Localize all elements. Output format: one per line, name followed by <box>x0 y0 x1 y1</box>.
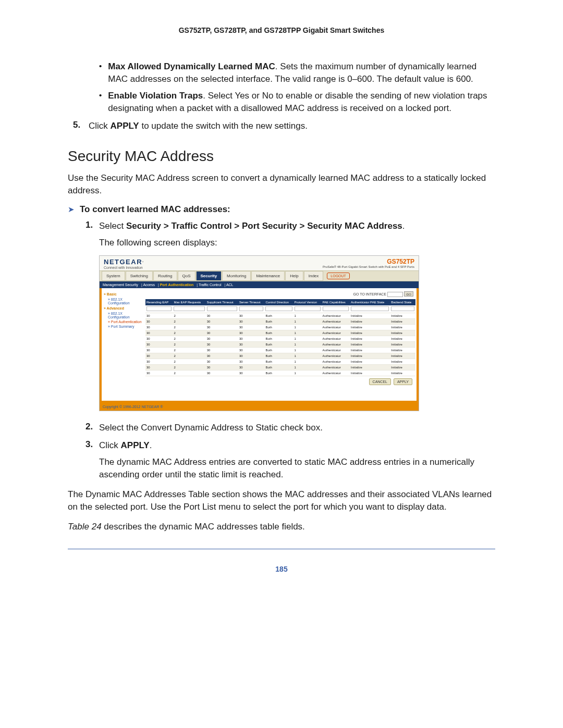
logout-button[interactable]: LOGOUT <box>327 273 350 279</box>
cell: 30 <box>238 330 265 336</box>
side-8021x-basic[interactable]: » 802.1X Configuration <box>104 297 142 305</box>
table-row: 3023030Both1AuthenticatorInitializeIniti… <box>145 336 415 341</box>
cell: 30 <box>145 364 173 370</box>
step-3-text: Click APPLY. The dynamic MAC Address ent… <box>99 439 495 481</box>
follow-text: The following screen displays: <box>99 238 495 248</box>
cell: 1 <box>293 341 322 347</box>
cell: Both <box>264 341 293 347</box>
section-title: Security MAC Address <box>68 148 495 165</box>
apply-button[interactable]: APPLY <box>394 378 412 385</box>
tab-monitoring[interactable]: Monitoring <box>222 271 251 281</box>
intro-para: Use the Security MAC Address screen to c… <box>68 172 495 197</box>
cell: Initialize <box>390 324 415 330</box>
cell: 1 <box>293 359 322 364</box>
col-header: Backend State <box>390 299 415 305</box>
tab-routing[interactable]: Routing <box>153 271 177 281</box>
col-header: Resending EAP <box>145 299 173 305</box>
table-row: 3023030Both1AuthenticatorInitializeIniti… <box>145 313 415 318</box>
filter-input[interactable] <box>207 306 237 311</box>
tab-help[interactable]: Help <box>285 271 303 281</box>
para-dynamic-table: The Dynamic MAC Addresses Table section … <box>68 488 495 513</box>
cell: Initialize <box>350 313 390 318</box>
col-header: PAE Capabilities <box>322 299 350 305</box>
cell: 30 <box>206 364 238 370</box>
filter-input[interactable] <box>146 306 172 311</box>
col-header: Server Timeout <box>238 299 265 305</box>
cell: 2 <box>173 347 205 353</box>
tab-switching[interactable]: Switching <box>126 271 153 281</box>
tab-qos[interactable]: QoS <box>178 271 195 281</box>
cell: 30 <box>238 370 265 376</box>
cell: 2 <box>173 359 205 364</box>
filter-input[interactable] <box>391 306 414 311</box>
cell: Initialize <box>350 364 390 370</box>
cell: 2 <box>173 341 205 347</box>
cell: 30 <box>238 324 265 330</box>
cell: Initialize <box>350 330 390 336</box>
subtabs: Management Security | Access | Port Auth… <box>100 281 419 288</box>
cell: 30 <box>145 330 173 336</box>
product-model: GS752TP <box>323 258 414 265</box>
cell: 1 <box>293 364 322 370</box>
arrow-icon: ➤ <box>68 205 75 214</box>
cell: Initialize <box>350 347 390 353</box>
filter-input[interactable] <box>265 306 292 311</box>
cell: Both <box>264 324 293 330</box>
go-button[interactable]: GO <box>404 291 413 297</box>
cell: 1 <box>293 330 322 336</box>
cell: 2 <box>173 324 205 330</box>
cell: Authenticator <box>322 336 350 341</box>
tab-system[interactable]: System <box>102 271 125 281</box>
side-port-auth[interactable]: » Port Authentication <box>104 319 142 324</box>
cell: 30 <box>238 347 265 353</box>
cell: 30 <box>238 359 265 364</box>
side-advanced[interactable]: » Advanced <box>104 305 142 311</box>
cell: Both <box>264 318 293 324</box>
cell: Initialize <box>390 330 415 336</box>
cancel-button[interactable]: CANCEL <box>369 378 391 385</box>
cell: 30 <box>206 353 238 359</box>
cell: 30 <box>145 324 173 330</box>
cell: Initialize <box>390 336 415 341</box>
tab-index[interactable]: Index <box>304 271 324 281</box>
col-header: Supplicant Timeout <box>206 299 238 305</box>
cell: 1 <box>293 324 322 330</box>
cell: Authenticator <box>322 341 350 347</box>
cell: Both <box>264 347 293 353</box>
screenshot: NETGEAR' Connect with Innovation GS752TP… <box>99 255 419 411</box>
table-row: 3023030Both1AuthenticatorInitializeIniti… <box>145 364 415 370</box>
step-2-text: Select the Convert Dynamic Address to St… <box>99 422 495 434</box>
filter-input[interactable] <box>323 306 349 311</box>
cell: Initialize <box>350 336 390 341</box>
cell: Authenticator <box>322 353 350 359</box>
cell: Authenticator <box>322 347 350 353</box>
goto-bar: GO TO INTERFACE GO <box>145 290 415 299</box>
cell: Initialize <box>390 341 415 347</box>
side-8021x-adv[interactable]: » 802.1X Configuration <box>104 311 142 319</box>
tab-maintenance[interactable]: Maintenance <box>251 271 285 281</box>
filter-input[interactable] <box>295 306 321 311</box>
cell: 30 <box>238 353 265 359</box>
cell: 1 <box>293 336 322 341</box>
cell: 1 <box>293 370 322 376</box>
filter-input[interactable] <box>174 306 204 311</box>
filter-input[interactable] <box>351 306 389 311</box>
cell: Initialize <box>390 370 415 376</box>
cell: 30 <box>206 318 238 324</box>
cell: 2 <box>173 318 205 324</box>
cell: Initialize <box>350 359 390 364</box>
table-row: 3023030Both1AuthenticatorInitializeIniti… <box>145 318 415 324</box>
cell: 2 <box>173 370 205 376</box>
goto-input[interactable] <box>387 292 403 297</box>
cell: Both <box>264 359 293 364</box>
filter-input[interactable] <box>239 306 264 311</box>
side-basic[interactable]: » Basic <box>104 291 142 297</box>
tab-security[interactable]: Security <box>196 271 222 281</box>
para-table24: Table 24 describes the dynamic MAC addre… <box>68 521 495 533</box>
cell: 30 <box>238 341 265 347</box>
side-port-summary[interactable]: » Port Summary <box>104 324 142 329</box>
cell: 30 <box>206 370 238 376</box>
cell: 30 <box>206 336 238 341</box>
cell: Both <box>264 353 293 359</box>
cell: 30 <box>206 347 238 353</box>
